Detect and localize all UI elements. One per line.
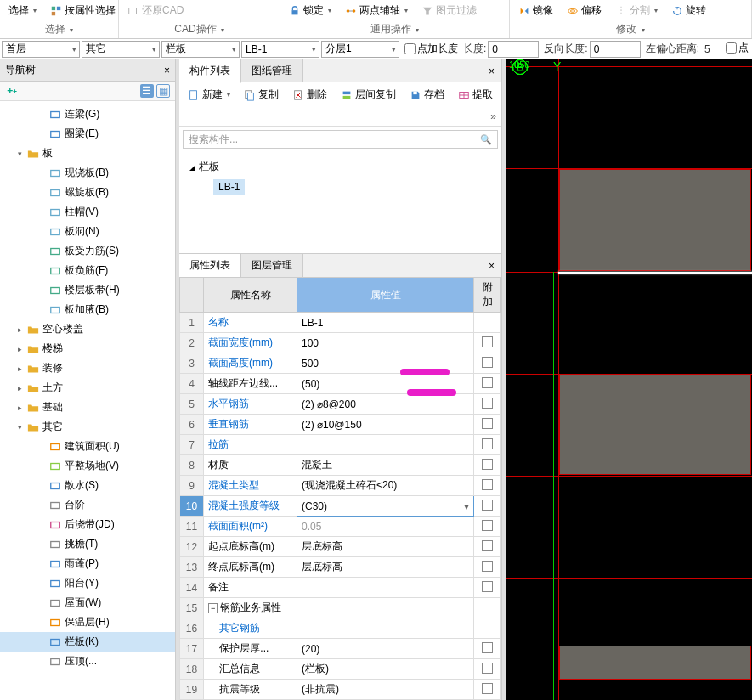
prop-row[interactable]: 3截面高度(mm)500 (180, 353, 501, 374)
prop-row[interactable]: 11截面面积(m²)0.05 (180, 517, 501, 537)
prop-row[interactable]: 16 其它钢筋 (180, 618, 501, 639)
mid-close-icon[interactable]: × (482, 65, 501, 77)
prop-row[interactable]: 13终点底标高(m)层底标高 (180, 557, 501, 578)
col-add[interactable]: 附加 (474, 278, 501, 313)
prop-value[interactable]: (栏板) (297, 659, 474, 680)
nav-item[interactable]: 螺旋板(B) (0, 183, 175, 202)
prop-add-check[interactable] (474, 476, 501, 496)
nav-item[interactable]: 现浇板(B) (0, 163, 175, 183)
prop-add-check[interactable] (474, 415, 501, 435)
nav-item[interactable]: ▾其它 (0, 417, 175, 437)
kind-combo[interactable]: 栏板 (161, 41, 240, 58)
nav-item[interactable]: 连梁(G) (0, 104, 175, 124)
nav-item[interactable]: 板受力筋(S) (0, 241, 175, 261)
prop-row[interactable]: 7拉筋 (180, 435, 501, 455)
prop-row[interactable]: 2截面宽度(mm)100 (180, 333, 501, 353)
length-input[interactable] (488, 41, 539, 58)
prop-add-check[interactable] (474, 394, 501, 415)
prop-close-icon[interactable]: × (482, 260, 501, 272)
prop-row[interactable]: 17 保护层厚...(20) (180, 639, 501, 659)
prop-value[interactable]: (2) ⌀10@150 (297, 415, 474, 435)
prop-add-check[interactable] (474, 537, 501, 557)
save-button[interactable]: 存档 (406, 86, 448, 104)
prop-value[interactable]: (2) ⌀8@200 (297, 394, 474, 415)
list-view-icon[interactable]: ☰ (140, 84, 154, 98)
prop-row[interactable]: 8材质混凝土 (180, 455, 501, 476)
prop-add-check[interactable] (474, 353, 501, 374)
point-check[interactable]: 点 (726, 41, 749, 55)
nav-item[interactable]: 圈梁(E) (0, 124, 175, 144)
prop-value[interactable]: (非抗震) (297, 680, 474, 700)
tab-component-list[interactable]: 构件列表 (179, 59, 241, 83)
tree-root[interactable]: ◢ 栏板 (184, 157, 496, 177)
prop-value[interactable] (297, 578, 474, 598)
type-combo[interactable]: 其它 (82, 41, 160, 58)
two-point-button[interactable]: 两点辅轴▾ (342, 2, 411, 20)
lock-button[interactable]: 锁定▾ (286, 2, 335, 20)
nav-item[interactable]: ▸基础 (0, 398, 175, 417)
copy-button[interactable]: 复制 (240, 86, 282, 104)
extract-button[interactable]: 提取 (455, 86, 496, 104)
prop-add-check[interactable] (474, 639, 501, 659)
prop-row[interactable]: 12起点底标高(m)层底标高 (180, 537, 501, 557)
prop-value[interactable]: (20) (297, 639, 474, 659)
nav-item[interactable]: 板洞(N) (0, 222, 175, 241)
nav-item[interactable]: 板加腋(B) (0, 300, 175, 319)
nav-item[interactable]: ▸土方 (0, 378, 175, 398)
col-name[interactable]: 属性名称 (204, 278, 297, 313)
select-by-attr-button[interactable]: 按属性选择 (47, 2, 119, 20)
nav-item[interactable]: 栏板(K) (0, 632, 175, 652)
prop-add-check[interactable] (474, 680, 501, 700)
prop-row[interactable]: 18 汇总信息(栏板) (180, 659, 501, 680)
nav-item[interactable]: 楼层板带(H) (0, 280, 175, 300)
prop-row[interactable]: 14备注 (180, 578, 501, 598)
prop-add-check[interactable] (474, 313, 501, 333)
prop-add-check[interactable] (474, 435, 501, 455)
nav-item[interactable]: 柱帽(V) (0, 202, 175, 222)
elem-filter-button[interactable]: 图元过滤 (418, 2, 480, 20)
nav-item[interactable]: 屋面(W) (0, 593, 175, 612)
rotate-button[interactable]: 旋转 (668, 2, 710, 20)
select-button[interactable]: 选择▾ (5, 2, 40, 20)
tree-item-lb1[interactable]: LB-1 (184, 177, 496, 197)
nav-item[interactable]: 平整场地(V) (0, 456, 175, 476)
prop-value[interactable]: 层底标高 (297, 537, 474, 557)
layer-combo[interactable]: 分层1 (321, 41, 399, 58)
prop-value[interactable]: 100 (297, 333, 474, 353)
nav-item[interactable]: 台阶 (0, 495, 175, 515)
prop-row[interactable]: 6垂直钢筋(2) ⌀10@150 (180, 415, 501, 435)
delete-button[interactable]: 删除 (289, 86, 331, 104)
rev-length-input[interactable] (590, 41, 641, 58)
prop-add-check[interactable] (474, 598, 501, 618)
prop-row[interactable]: 15−钢筋业务属性 (180, 598, 501, 618)
nav-item[interactable]: ▸装修 (0, 358, 175, 378)
prop-value[interactable] (297, 618, 474, 639)
prop-add-check[interactable] (474, 496, 501, 517)
prop-value[interactable]: 层底标高 (297, 557, 474, 578)
tab-layer-mgmt[interactable]: 图层管理 (241, 254, 303, 277)
more-icon[interactable]: » (490, 110, 496, 122)
nav-item[interactable]: ▸楼梯 (0, 339, 175, 358)
nav-item[interactable]: 保温层(H) (0, 612, 175, 632)
nav-item[interactable]: 板负筋(F) (0, 261, 175, 280)
prop-add-check[interactable] (474, 374, 501, 394)
nav-item[interactable]: 后浇带(JD) (0, 515, 175, 534)
layer-copy-button[interactable]: 层间复制 (337, 86, 399, 104)
offset-button[interactable]: 偏移 (563, 2, 605, 20)
tab-prop-list[interactable]: 属性列表 (179, 254, 241, 278)
nav-item[interactable]: ▾板 (0, 144, 175, 163)
drawing-canvas[interactable]: G F E D C B A 0 1050 Y (506, 59, 752, 700)
prop-add-check[interactable] (474, 455, 501, 476)
prop-row[interactable]: 19 抗震等级(非抗震) (180, 680, 501, 700)
prop-row[interactable]: 9混凝土类型(现浇混凝土碎石<20) (180, 476, 501, 496)
nav-item[interactable]: 挑檐(T) (0, 534, 175, 554)
prop-add-check[interactable] (474, 517, 501, 537)
prop-add-check[interactable] (474, 557, 501, 578)
prop-add-check[interactable] (474, 333, 501, 353)
nav-item[interactable]: 建筑面积(U) (0, 437, 175, 456)
nav-close-icon[interactable]: × (164, 65, 170, 76)
add-icon[interactable]: ++ (5, 84, 19, 98)
component-tree[interactable]: ◢ 栏板 LB-1 (179, 152, 501, 253)
search-input[interactable]: 搜索构件... (183, 130, 498, 149)
floor-combo[interactable]: 首层 (2, 41, 80, 58)
